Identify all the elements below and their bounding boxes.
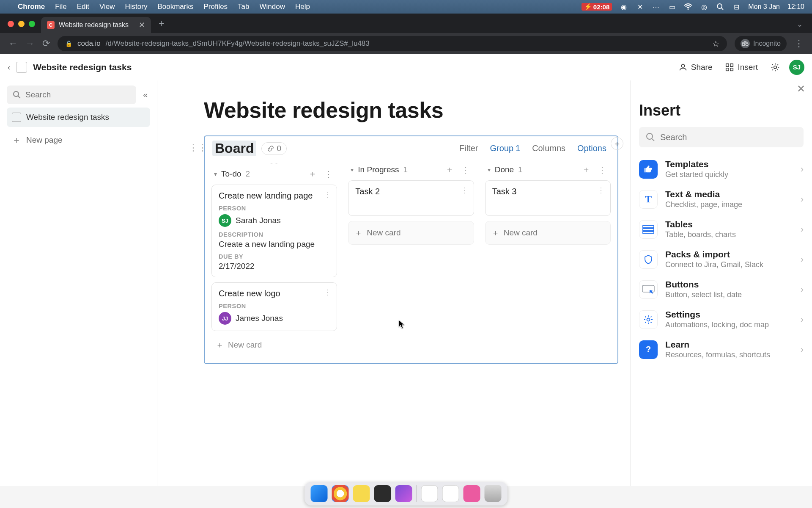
menu-view[interactable]: View <box>99 3 115 11</box>
insert-button[interactable]: Insert <box>721 60 761 75</box>
insert-item-buttons[interactable]: Buttons Button, select list, date › <box>639 279 804 299</box>
new-tab-button[interactable]: ＋ <box>151 17 172 30</box>
control-center-icon[interactable]: ◎ <box>700 3 708 11</box>
column-more-icon[interactable]: ⋮ <box>323 169 335 179</box>
chrome-menu-icon[interactable]: ⋮ <box>794 38 804 49</box>
user-avatar[interactable]: SJ <box>789 60 804 75</box>
options-option[interactable]: Options <box>574 142 610 155</box>
back-button[interactable]: ← <box>8 38 18 49</box>
insert-search[interactable] <box>639 127 804 147</box>
browser-tab[interactable]: C Website redesign tasks ✕ <box>41 17 151 33</box>
dock-app-5[interactable] <box>395 485 412 502</box>
menubar-time[interactable]: 12:10 <box>787 3 804 11</box>
battery-indicator[interactable]: ⚡02:08 <box>582 3 612 11</box>
column-name[interactable]: In Progress <box>358 165 399 174</box>
status-icon-3[interactable]: ⋯ <box>652 3 660 11</box>
doc-back-icon[interactable]: ‹ <box>8 63 10 72</box>
menu-file[interactable]: File <box>55 3 66 11</box>
chevron-down-icon[interactable]: ▾ <box>351 166 354 173</box>
menu-edit[interactable]: Edit <box>77 3 89 11</box>
spotlight-icon[interactable] <box>716 3 724 11</box>
sidebar-search-input[interactable] <box>25 90 130 99</box>
forward-button[interactable]: → <box>25 38 35 49</box>
close-panel-icon[interactable]: ✕ <box>797 83 805 95</box>
column-more-icon[interactable]: ⋮ <box>460 165 472 175</box>
menubar-app-name[interactable]: Chrome <box>18 3 45 11</box>
column-add-icon[interactable]: ＋ <box>444 164 455 175</box>
dock-app-6[interactable] <box>421 485 438 502</box>
dock-app-chrome[interactable] <box>332 485 349 502</box>
add-column-button[interactable]: ＋ <box>611 137 623 150</box>
dock-app-7[interactable] <box>442 485 459 502</box>
settings-gear-icon[interactable] <box>767 60 783 75</box>
battery-icon[interactable]: ▭ <box>668 3 676 11</box>
minimize-window-button[interactable] <box>18 21 25 27</box>
menubar-date[interactable]: Mon 3 Jan <box>748 3 780 11</box>
person-field[interactable]: SJ Sarah Jonas <box>219 214 330 227</box>
insert-item-text-media[interactable]: T Text & media Checklist, page, image › <box>639 189 804 209</box>
tab-overflow-icon[interactable]: ⌄ <box>787 20 812 33</box>
chevron-down-icon[interactable]: ▾ <box>488 166 491 173</box>
new-card-button[interactable]: ＋New card <box>348 221 474 245</box>
lock-icon[interactable]: 🔒 <box>65 40 72 47</box>
column-add-icon[interactable]: ＋ <box>580 164 592 175</box>
card-more-icon[interactable]: ⋯ <box>597 187 606 194</box>
close-window-button[interactable] <box>8 21 14 27</box>
sidebar-new-page[interactable]: ＋ New page <box>7 130 150 150</box>
columns-option[interactable]: Columns <box>529 142 569 155</box>
menu-window[interactable]: Window <box>260 3 285 11</box>
reload-button[interactable]: ⟳ <box>42 38 50 49</box>
insert-item-tables[interactable]: Tables Table, boards, charts › <box>639 219 804 239</box>
column-more-icon[interactable]: ⋮ <box>596 165 608 175</box>
menu-help[interactable]: Help <box>295 3 310 11</box>
menu-profiles[interactable]: Profiles <box>203 3 228 11</box>
page-title[interactable]: Website redesign tasks <box>204 97 618 123</box>
insert-item-packs-import[interactable]: Packs & import Connect to Jira, Gmail, S… <box>639 249 804 269</box>
close-tab-icon[interactable]: ✕ <box>139 20 145 30</box>
menu-tab[interactable]: Tab <box>238 3 249 11</box>
wifi-icon[interactable] <box>684 3 692 10</box>
insert-item-templates[interactable]: Templates Get started quickly › <box>639 159 804 179</box>
card-more-icon[interactable]: ⋯ <box>460 187 469 194</box>
collapse-sidebar-icon[interactable]: « <box>140 90 150 99</box>
share-button[interactable]: Share <box>675 60 716 75</box>
address-bar[interactable]: 🔒 coda.io/d/Website-redesign-tasks_dSmUH… <box>58 36 727 51</box>
new-card-button[interactable]: ＋New card <box>210 334 339 356</box>
insert-search-input[interactable] <box>660 133 797 142</box>
column-name[interactable]: Done <box>495 165 514 174</box>
group-option[interactable]: Group1 <box>486 142 524 155</box>
bookmark-star-icon[interactable]: ☆ <box>712 39 719 49</box>
column-grip-icon[interactable]: ⋯⋯ <box>210 161 339 166</box>
toggles-icon[interactable]: ⊟ <box>732 3 741 11</box>
dock-app-notes[interactable] <box>353 485 370 502</box>
board-card[interactable]: ⋯ Create new landing pagePERSON SJ Sarah… <box>211 185 337 277</box>
board-card[interactable]: ⋯ Create new logoPERSON JJ James Jonas <box>211 282 337 331</box>
menu-history[interactable]: History <box>125 3 147 11</box>
column-add-icon[interactable]: ＋ <box>307 168 318 179</box>
dock-app-terminal[interactable] <box>374 485 391 502</box>
status-icon-1[interactable]: ◉ <box>620 3 628 11</box>
board-link-count[interactable]: 0 <box>261 142 287 155</box>
person-field[interactable]: JJ James Jonas <box>219 312 330 325</box>
insert-item-settings[interactable]: Settings Automations, locking, doc map › <box>639 309 804 329</box>
board-card[interactable]: ⋯ Task 2 <box>348 180 474 216</box>
incognito-badge[interactable]: Incognito <box>735 36 787 51</box>
card-more-icon[interactable]: ⋯ <box>323 191 332 199</box>
card-more-icon[interactable]: ⋯ <box>323 289 332 296</box>
status-icon-2[interactable]: ✕ <box>636 3 644 11</box>
sidebar-page-item[interactable]: Website redesign tasks <box>7 108 150 127</box>
insert-item-learn[interactable]: ? Learn Resources, formulas, shortcuts › <box>639 340 804 359</box>
menu-bookmarks[interactable]: Bookmarks <box>157 3 193 11</box>
dock-trash[interactable] <box>485 485 502 502</box>
board-title[interactable]: Board <box>212 141 256 156</box>
maximize-window-button[interactable] <box>29 21 35 27</box>
sidebar-search[interactable] <box>7 86 136 104</box>
dock-app-8[interactable] <box>464 485 480 502</box>
board-card[interactable]: ⋯ Task 3 <box>485 180 611 216</box>
chevron-down-icon[interactable]: ▾ <box>214 171 217 177</box>
column-name[interactable]: To-do <box>221 169 241 179</box>
doc-title[interactable]: Website redesign tasks <box>33 62 132 72</box>
filter-option[interactable]: Filter <box>456 142 481 155</box>
dock-app-finder[interactable] <box>311 485 328 502</box>
new-card-button[interactable]: ＋New card <box>485 221 611 245</box>
